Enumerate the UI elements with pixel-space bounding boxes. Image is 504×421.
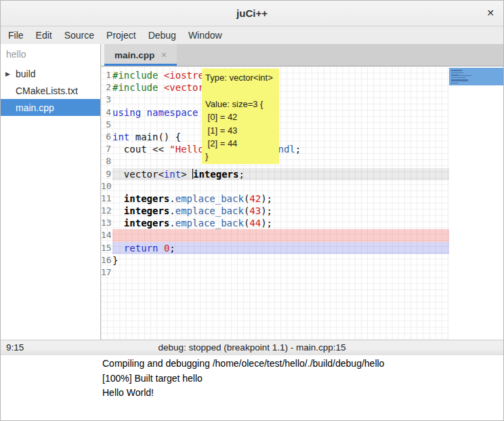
menu-item-edit[interactable]: Edit (30, 27, 58, 44)
line-number: 13 (101, 217, 112, 229)
code-text (112, 119, 449, 131)
status-bar: 9:15 debug: stopped (breakpoint 1.1) - m… (1, 340, 503, 355)
line-number: 16 (101, 254, 112, 266)
line-number: 10 (101, 180, 112, 193)
line-number: 8 (101, 155, 112, 167)
tree-item-label: main.cpp (16, 102, 54, 113)
line-number: 15 (101, 242, 112, 254)
menu-item-window[interactable]: Window (182, 27, 228, 44)
code-text: int main() { (112, 131, 449, 143)
cursor-position: 9:15 (6, 342, 24, 353)
line-number: 3 (101, 94, 112, 106)
minimap-code-mark (451, 71, 461, 71)
terminal-line: Compiling and debugging /home/olece/test… (102, 357, 502, 371)
debug-status: debug: stopped (breakpoint 1.1) - main.c… (159, 342, 346, 353)
line-number: 5 (101, 119, 112, 131)
sidebar-item-build[interactable]: ▶build (1, 65, 100, 82)
line-number: 12 (101, 205, 112, 217)
minimap-code-mark (451, 83, 458, 83)
code-text (112, 266, 449, 279)
code-line: 12 integers.emplace_back(43); (101, 205, 449, 217)
code-line: 11 integers.emplace_back(42); (101, 193, 449, 205)
minimap-scrollbar[interactable] (449, 66, 503, 340)
code-text: } (112, 254, 449, 266)
line-number: 2 (101, 81, 112, 94)
code-text: cout << "Hello World!" << endl; (112, 143, 449, 155)
editor-pane: main.cpp ✕ 1#include <iostream>2#include… (101, 44, 503, 340)
code-line: 16} (101, 254, 449, 266)
code-text: integers.emplace_back(42); (112, 193, 449, 205)
code-text: vector<int> integers; (112, 168, 449, 180)
tooltip-line: [0] = 42 (205, 111, 276, 123)
line-number: 7 (101, 143, 112, 155)
code-editor[interactable]: 1#include <iostream>2#include <vector>34… (101, 66, 503, 340)
window-title: juCi++ (1, 7, 503, 19)
code-line: 17 (101, 266, 449, 279)
close-icon[interactable]: ✕ (486, 7, 495, 19)
minimap-code-mark (451, 81, 468, 81)
file-tree: ▶buildCMakeLists.txtmain.cpp (1, 65, 100, 116)
code-text: integers.emplace_back(44); (112, 217, 449, 229)
sidebar-item-main-cpp[interactable]: main.cpp (1, 99, 100, 116)
code-line: 9 vector<int> integers; (101, 168, 449, 180)
code-line: 10 (101, 180, 449, 193)
menu-item-debug[interactable]: Debug (142, 27, 182, 44)
code-text: using namespace std; (112, 106, 449, 119)
terminal-line: Hello World! (102, 386, 502, 400)
tab-label: main.cpp (114, 50, 154, 60)
project-directory-label[interactable]: hello (1, 44, 100, 65)
menu-bar: FileEditSourceProjectDebugWindow (1, 26, 503, 44)
tooltip-line: [1] = 43 (205, 124, 276, 137)
app-window: juCi++ ✕ FileEditSourceProjectDebugWindo… (0, 0, 504, 421)
menu-item-project[interactable]: Project (100, 27, 142, 44)
line-number: 4 (101, 106, 112, 119)
tooltip-line: [2] = 44 (205, 137, 276, 150)
debug-value-tooltip: Type: vector<int> Value: size=3 { [0] = … (202, 68, 279, 164)
file-sidebar: hello ▶buildCMakeLists.txtmain.cpp (1, 44, 101, 340)
code-line: 15 return 0; (101, 242, 449, 254)
line-number: 17 (101, 266, 112, 279)
minimap-code-mark (451, 83, 452, 84)
code-text: integers.emplace_back(43); (112, 205, 449, 217)
code-text: #include <iostream> (112, 69, 449, 81)
active-tab-underline (104, 64, 177, 66)
tab-close-icon[interactable]: ✕ (161, 51, 167, 60)
code-line: 14 (101, 229, 449, 241)
code-text (112, 94, 449, 106)
code-text: return 0; (112, 242, 449, 254)
line-number: 1 (101, 69, 112, 81)
minimap-viewport[interactable] (449, 68, 503, 85)
tab-main-cpp[interactable]: main.cpp ✕ (104, 44, 177, 66)
tab-bar: main.cpp ✕ (101, 44, 503, 66)
tooltip-line: } (205, 150, 276, 163)
tooltip-line (205, 84, 276, 97)
code-line: 13 integers.emplace_back(44); (101, 217, 449, 229)
sidebar-item-cmakelists-txt[interactable]: CMakeLists.txt (1, 82, 100, 99)
minimap-code-mark (451, 73, 463, 73)
line-number: 11 (101, 193, 112, 205)
menu-item-source[interactable]: Source (58, 27, 100, 44)
main-row: hello ▶buildCMakeLists.txtmain.cpp main.… (1, 44, 503, 340)
tooltip-line: Type: vector<int> (205, 71, 276, 84)
line-number: 14 (101, 229, 112, 241)
tree-item-label: CMakeLists.txt (16, 85, 78, 96)
menu-item-file[interactable]: File (2, 27, 30, 44)
code-text (112, 180, 449, 193)
code-text (112, 229, 449, 241)
code-text (112, 155, 449, 167)
terminal-line: [100%] Built target hello (102, 372, 502, 386)
expander-icon[interactable]: ▶ (5, 71, 15, 77)
line-number: 6 (101, 131, 112, 143)
minimap-code-mark (451, 75, 471, 76)
tree-item-label: build (16, 68, 36, 79)
code-text: #include <vector> (112, 81, 449, 94)
minimap-code-mark (451, 77, 465, 78)
tooltip-line: Value: size=3 { (205, 98, 276, 111)
line-number: 9 (101, 168, 112, 180)
title-bar: juCi++ ✕ (1, 1, 503, 26)
